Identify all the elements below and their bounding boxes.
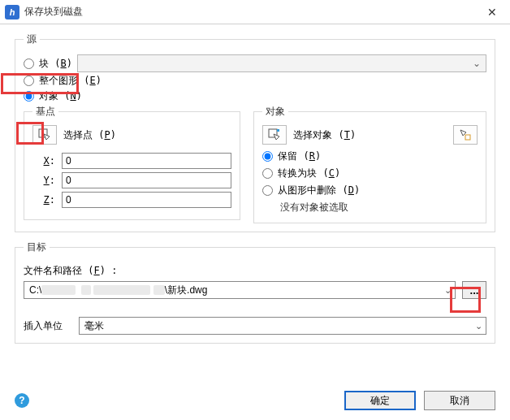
x-label: X:: [32, 155, 55, 167]
units-value: 毫米: [84, 319, 104, 333]
path-combo[interactable]: C:\ \新块.dwg ⌄: [24, 281, 456, 299]
target-legend: 目标: [24, 240, 50, 254]
convert-label: 转换为块 (C): [278, 167, 340, 180]
svg-rect-2: [277, 129, 279, 132]
select-objects-button[interactable]: [262, 125, 287, 145]
retain-label: 保留 (R): [278, 149, 321, 163]
close-button[interactable]: ✕: [474, 0, 510, 24]
x-input[interactable]: [62, 153, 231, 169]
svg-rect-3: [465, 135, 470, 140]
quick-select-icon: [459, 128, 472, 141]
source-group: 源 块 (B) ⌄ 整个图形 (E): [15, 32, 495, 232]
retain-radio-input[interactable]: [262, 151, 273, 162]
z-label: Z:: [32, 194, 55, 206]
z-input[interactable]: [62, 192, 231, 208]
target-group: 目标 文件名和路径 (F) : C:\ \新块.dwg ⌄ ... 插入单位 毫…: [15, 240, 495, 344]
delete-radio-input[interactable]: [262, 185, 273, 196]
source-objects-radio-input[interactable]: [24, 91, 34, 102]
chevron-down-icon: ⌄: [473, 58, 481, 69]
browse-button[interactable]: ...: [462, 281, 486, 299]
units-label: 插入单位: [24, 319, 63, 333]
pick-point-label: 选择点 (P): [63, 128, 116, 142]
pick-point-icon: [38, 128, 51, 141]
help-button[interactable]: ?: [15, 393, 29, 408]
y-input[interactable]: [62, 172, 231, 188]
objects-group: 对象 选择对象 (T): [253, 105, 486, 223]
delete-label: 从图形中删除 (D): [278, 184, 360, 197]
chevron-down-icon: ⌄: [475, 321, 482, 331]
app-icon: h: [5, 5, 19, 19]
path-label: 文件名和路径 (F) :: [24, 264, 486, 278]
select-objects-icon: [268, 128, 281, 141]
y-label: Y:: [32, 175, 55, 186]
cancel-button[interactable]: 取消: [424, 391, 495, 410]
convert-radio-input[interactable]: [262, 168, 273, 179]
source-block-radio[interactable]: 块 (B): [24, 57, 72, 71]
source-block-label: 块 (B): [39, 57, 72, 71]
select-objects-label: 选择对象 (T): [293, 128, 356, 142]
source-entire-label: 整个图形 (E): [39, 74, 102, 88]
no-selection-status: 没有对象被选取: [280, 201, 478, 214]
units-combo[interactable]: 毫米 ⌄: [79, 317, 486, 335]
delete-radio[interactable]: 从图形中删除 (D): [262, 184, 478, 197]
ok-button[interactable]: 确定: [344, 391, 416, 410]
retain-radio[interactable]: 保留 (R): [262, 149, 478, 163]
chevron-down-icon: ⌄: [444, 285, 452, 296]
pick-point-button[interactable]: [32, 125, 57, 145]
quick-select-button[interactable]: [453, 125, 478, 145]
source-objects-radio[interactable]: 对象 (N): [24, 89, 82, 103]
source-objects-label: 对象 (N): [39, 89, 82, 103]
source-entire-radio-input[interactable]: [24, 76, 34, 86]
window-title: 保存块到磁盘: [24, 5, 474, 19]
source-entire-radio[interactable]: 整个图形 (E): [24, 74, 102, 88]
convert-radio[interactable]: 转换为块 (C): [262, 167, 478, 180]
path-value: C:\ \新块.dwg: [29, 284, 207, 297]
source-block-radio-input[interactable]: [24, 58, 34, 69]
source-legend: 源: [24, 32, 40, 46]
block-name-combo[interactable]: ⌄: [77, 54, 486, 72]
basepoint-legend: 基点: [32, 105, 58, 119]
basepoint-group: 基点 选择点 (P) X:: [24, 105, 240, 220]
objects-legend: 对象: [262, 105, 288, 119]
